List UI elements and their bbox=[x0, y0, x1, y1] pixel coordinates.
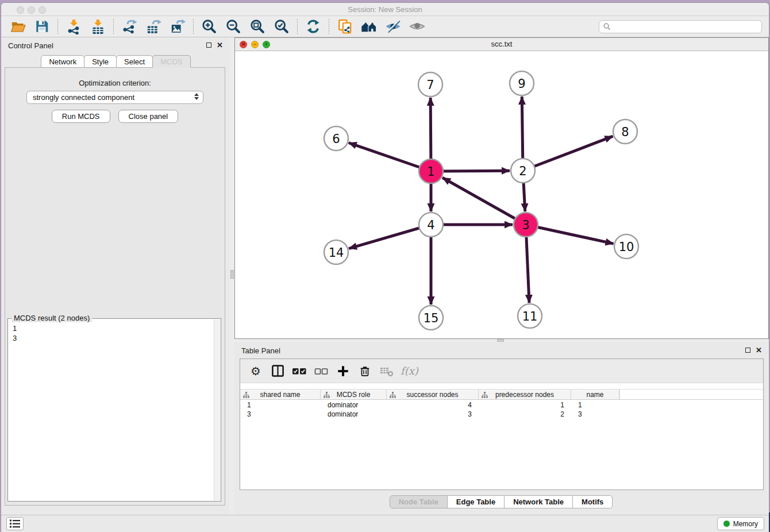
graph-node-8[interactable]: 8 bbox=[613, 119, 637, 144]
memory-button[interactable]: Memory bbox=[717, 517, 764, 530]
table-row[interactable]: 3dominator323 bbox=[240, 410, 763, 419]
svg-text:15: 15 bbox=[424, 311, 439, 325]
list-icon bbox=[10, 519, 20, 528]
table-cell-predecessor-nodes[interactable]: 1 bbox=[479, 400, 571, 410]
search-input[interactable] bbox=[611, 21, 761, 33]
export-network-icon[interactable] bbox=[121, 18, 138, 35]
zoom-selected-icon[interactable] bbox=[273, 18, 290, 35]
mcds-panel-body: Optimization criterion: strongly connect… bbox=[5, 67, 225, 506]
column-header-name[interactable]: name bbox=[571, 390, 619, 399]
mcds-result-item[interactable]: 1 bbox=[13, 323, 213, 333]
export-image-icon[interactable] bbox=[169, 18, 186, 35]
tab-mcds[interactable]: MCDS bbox=[152, 55, 190, 68]
graph-node-10[interactable]: 10 bbox=[614, 234, 638, 259]
table-cell-successor-nodes[interactable]: 3 bbox=[387, 410, 479, 419]
column-header-predecessor-nodes[interactable]: predecessor nodes bbox=[479, 390, 571, 399]
graph-node-14[interactable]: 14 bbox=[324, 240, 348, 264]
svg-text:7: 7 bbox=[426, 78, 434, 92]
table-body: 1dominator4113dominator323 bbox=[240, 400, 763, 489]
memory-status-dot-icon bbox=[723, 521, 730, 527]
tab-style[interactable]: Style bbox=[84, 55, 117, 68]
table-cell-name[interactable]: 3 bbox=[571, 410, 619, 419]
hide-selected-eye-icon[interactable] bbox=[384, 18, 402, 35]
optimization-criterion-select[interactable]: strongly connected component bbox=[26, 91, 203, 104]
svg-text:1: 1 bbox=[427, 165, 434, 179]
status-bar: Memory bbox=[1, 515, 769, 532]
select-all-rows-icon[interactable] bbox=[291, 363, 307, 380]
tab-network[interactable]: Network bbox=[41, 55, 84, 68]
open-file-icon[interactable] bbox=[9, 18, 26, 35]
zoom-in-icon[interactable] bbox=[201, 18, 218, 35]
table-cell-MCDS-role[interactable]: dominator bbox=[321, 410, 387, 419]
home-icon[interactable] bbox=[360, 18, 378, 35]
table-cell-shared-name[interactable]: 1 bbox=[240, 400, 321, 410]
float-panel-icon[interactable] bbox=[206, 43, 211, 48]
search-icon bbox=[603, 22, 611, 31]
unselect-all-rows-icon[interactable] bbox=[313, 363, 329, 380]
table-cell-successor-nodes[interactable]: 4 bbox=[387, 400, 479, 410]
graph-node-2[interactable]: 2 bbox=[511, 159, 535, 183]
network-window-titlebar: ✕ − + scc.txt bbox=[235, 38, 768, 51]
column-header-successor-nodes[interactable]: successor nodes bbox=[387, 390, 479, 399]
toolbar-separator bbox=[193, 19, 194, 34]
apply-layout-refresh-icon[interactable] bbox=[305, 18, 322, 35]
tab-edge-table[interactable]: Edge Table bbox=[447, 495, 505, 508]
mcds-result-list[interactable]: 13 bbox=[13, 323, 213, 500]
close-panel-button[interactable]: Close panel bbox=[118, 110, 179, 123]
graph-edge-3-1[interactable] bbox=[442, 178, 526, 225]
show-columns-icon[interactable] bbox=[270, 363, 286, 380]
splitter-grip[interactable] bbox=[230, 270, 234, 279]
node-table-container: ⚙ bbox=[240, 358, 764, 490]
import-table-icon[interactable] bbox=[89, 18, 106, 35]
table-row[interactable]: 1dominator411 bbox=[240, 400, 763, 410]
delete-row-trash-icon[interactable] bbox=[357, 363, 373, 380]
show-all-eye-icon[interactable] bbox=[409, 18, 426, 35]
criterion-selected-value: strongly connected component bbox=[33, 93, 134, 102]
run-mcds-button[interactable]: Run MCDS bbox=[52, 110, 110, 123]
graph-edge-3-10[interactable] bbox=[526, 225, 614, 244]
tab-select[interactable]: Select bbox=[116, 55, 153, 68]
table-cell-name[interactable]: 1 bbox=[571, 400, 619, 410]
zoom-out-icon[interactable] bbox=[225, 18, 242, 35]
column-header-MCDS-role[interactable]: MCDS role bbox=[321, 390, 387, 399]
graph-node-6[interactable]: 6 bbox=[324, 126, 348, 151]
table-cell-MCDS-role[interactable]: dominator bbox=[321, 400, 387, 410]
add-row-icon[interactable] bbox=[335, 363, 351, 380]
export-table-icon[interactable] bbox=[145, 18, 162, 35]
mcds-result-scrollbar[interactable] bbox=[214, 319, 220, 500]
horizontal-splitter-grip[interactable] bbox=[497, 339, 504, 342]
graph-node-1[interactable]: 1 bbox=[419, 159, 443, 183]
graph-node-7[interactable]: 7 bbox=[418, 72, 442, 97]
svg-text:11: 11 bbox=[522, 310, 538, 323]
task-history-button[interactable] bbox=[6, 517, 24, 530]
close-panel-icon[interactable]: ✕ bbox=[217, 43, 223, 48]
network-from-selection-icon[interactable] bbox=[336, 18, 353, 35]
table-cell-predecessor-nodes[interactable]: 2 bbox=[479, 410, 571, 419]
column-header-shared-name[interactable]: shared name bbox=[240, 390, 321, 399]
graph-node-9[interactable]: 9 bbox=[510, 71, 534, 95]
zoom-fit-icon[interactable] bbox=[249, 18, 266, 35]
graph-node-11[interactable]: 11 bbox=[518, 304, 542, 328]
mcds-result-item[interactable]: 3 bbox=[13, 333, 213, 343]
function-builder-icon[interactable]: f(x) bbox=[401, 363, 418, 380]
graph-edge-2-8[interactable] bbox=[523, 136, 613, 171]
tab-motifs[interactable]: Motifs bbox=[572, 495, 613, 508]
tab-node-table[interactable]: Node Table bbox=[390, 495, 448, 508]
import-network-icon[interactable] bbox=[65, 18, 82, 35]
table-cell-shared-name[interactable]: 3 bbox=[240, 410, 321, 419]
table-settings-gear-icon[interactable]: ⚙ bbox=[248, 363, 264, 380]
graph-node-15[interactable]: 15 bbox=[419, 306, 443, 330]
select-stepper-icon bbox=[194, 93, 199, 100]
close-table-panel-icon[interactable]: ✕ bbox=[756, 348, 762, 353]
delete-table-icon[interactable] bbox=[379, 363, 395, 380]
vertical-splitter[interactable] bbox=[230, 37, 234, 515]
graph-node-3[interactable]: 3 bbox=[514, 213, 538, 237]
network-canvas[interactable]: 1234678910111415 bbox=[235, 51, 768, 338]
graph-edge-4-14[interactable] bbox=[349, 225, 431, 249]
tab-network-table[interactable]: Network Table bbox=[504, 495, 573, 508]
graph-edge-1-6[interactable] bbox=[349, 143, 431, 171]
float-table-panel-icon[interactable] bbox=[745, 348, 750, 353]
search-box[interactable] bbox=[599, 20, 762, 33]
graph-node-4[interactable]: 4 bbox=[419, 213, 443, 237]
save-session-icon[interactable] bbox=[33, 18, 51, 35]
